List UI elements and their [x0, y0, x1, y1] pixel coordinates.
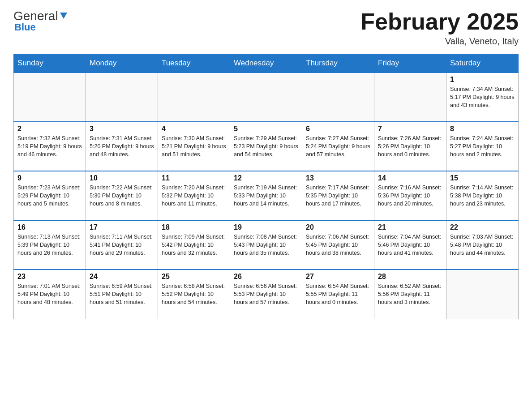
day-number: 11 — [162, 174, 226, 182]
calendar-cell — [230, 73, 302, 122]
calendar-cell — [374, 73, 446, 122]
day-info: Sunrise: 7:01 AM Sunset: 5:49 PM Dayligh… — [17, 282, 82, 306]
day-info: Sunrise: 7:26 AM Sunset: 5:26 PM Dayligh… — [378, 134, 442, 158]
day-info: Sunrise: 7:31 AM Sunset: 5:20 PM Dayligh… — [90, 134, 154, 158]
calendar-header-row: SundayMondayTuesdayWednesdayThursdayFrid… — [14, 54, 519, 73]
calendar-week-row: 9Sunrise: 7:23 AM Sunset: 5:29 PM Daylig… — [14, 171, 519, 220]
day-info: Sunrise: 6:54 AM Sunset: 5:55 PM Dayligh… — [306, 282, 370, 306]
day-info: Sunrise: 7:14 AM Sunset: 5:38 PM Dayligh… — [450, 184, 515, 208]
day-number: 7 — [378, 125, 442, 133]
day-number: 12 — [234, 174, 298, 182]
calendar-cell: 13Sunrise: 7:17 AM Sunset: 5:35 PM Dayli… — [302, 171, 374, 220]
day-number: 17 — [90, 223, 154, 231]
day-number: 22 — [450, 223, 515, 231]
day-info: Sunrise: 7:11 AM Sunset: 5:41 PM Dayligh… — [90, 233, 154, 257]
day-info: Sunrise: 7:03 AM Sunset: 5:48 PM Dayligh… — [450, 233, 515, 257]
day-number: 23 — [17, 273, 82, 281]
day-of-week-header: Wednesday — [230, 54, 302, 73]
day-of-week-header: Tuesday — [158, 54, 230, 73]
calendar-cell: 10Sunrise: 7:22 AM Sunset: 5:30 PM Dayli… — [86, 171, 158, 220]
day-number: 2 — [17, 125, 82, 133]
calendar-cell: 16Sunrise: 7:13 AM Sunset: 5:39 PM Dayli… — [14, 220, 86, 270]
calendar-cell: 22Sunrise: 7:03 AM Sunset: 5:48 PM Dayli… — [446, 220, 519, 270]
day-info: Sunrise: 7:27 AM Sunset: 5:24 PM Dayligh… — [306, 134, 370, 158]
day-info: Sunrise: 6:56 AM Sunset: 5:53 PM Dayligh… — [234, 282, 298, 306]
day-number: 9 — [17, 174, 82, 182]
day-info: Sunrise: 6:58 AM Sunset: 5:52 PM Dayligh… — [162, 282, 226, 306]
calendar-cell: 28Sunrise: 6:52 AM Sunset: 5:56 PM Dayli… — [374, 270, 446, 319]
calendar-cell: 3Sunrise: 7:31 AM Sunset: 5:20 PM Daylig… — [86, 122, 158, 171]
day-info: Sunrise: 7:24 AM Sunset: 5:27 PM Dayligh… — [450, 134, 515, 158]
day-number: 18 — [162, 223, 226, 231]
day-number: 26 — [234, 273, 298, 281]
month-title: February 2025 — [360, 9, 519, 34]
day-info: Sunrise: 7:09 AM Sunset: 5:42 PM Dayligh… — [162, 233, 226, 257]
calendar-cell: 17Sunrise: 7:11 AM Sunset: 5:41 PM Dayli… — [86, 220, 158, 270]
calendar-cell — [86, 73, 158, 122]
day-info: Sunrise: 7:04 AM Sunset: 5:46 PM Dayligh… — [378, 233, 442, 257]
day-number: 6 — [306, 125, 370, 133]
calendar-cell — [158, 73, 230, 122]
calendar-cell: 18Sunrise: 7:09 AM Sunset: 5:42 PM Dayli… — [158, 220, 230, 270]
calendar-cell: 8Sunrise: 7:24 AM Sunset: 5:27 PM Daylig… — [446, 122, 519, 171]
day-number: 15 — [450, 174, 515, 182]
day-number: 10 — [90, 174, 154, 182]
day-number: 25 — [162, 273, 226, 281]
calendar-week-row: 23Sunrise: 7:01 AM Sunset: 5:49 PM Dayli… — [14, 270, 519, 319]
calendar-cell: 5Sunrise: 7:29 AM Sunset: 5:23 PM Daylig… — [230, 122, 302, 171]
day-info: Sunrise: 7:34 AM Sunset: 5:17 PM Dayligh… — [450, 85, 515, 109]
day-of-week-header: Thursday — [302, 54, 374, 73]
day-of-week-header: Monday — [86, 54, 158, 73]
calendar-week-row: 1Sunrise: 7:34 AM Sunset: 5:17 PM Daylig… — [14, 73, 519, 122]
logo: General Blue — [13, 9, 68, 33]
day-number: 28 — [378, 273, 442, 281]
day-number: 19 — [234, 223, 298, 231]
calendar-cell: 23Sunrise: 7:01 AM Sunset: 5:49 PM Dayli… — [14, 270, 86, 319]
day-info: Sunrise: 7:13 AM Sunset: 5:39 PM Dayligh… — [17, 233, 82, 257]
calendar-cell: 27Sunrise: 6:54 AM Sunset: 5:55 PM Dayli… — [302, 270, 374, 319]
day-number: 8 — [450, 125, 515, 133]
calendar-cell: 26Sunrise: 6:56 AM Sunset: 5:53 PM Dayli… — [230, 270, 302, 319]
calendar-cell: 19Sunrise: 7:08 AM Sunset: 5:43 PM Dayli… — [230, 220, 302, 270]
day-number: 20 — [306, 223, 370, 231]
day-info: Sunrise: 7:22 AM Sunset: 5:30 PM Dayligh… — [90, 184, 154, 208]
calendar-cell — [446, 270, 519, 319]
calendar-week-row: 16Sunrise: 7:13 AM Sunset: 5:39 PM Dayli… — [14, 220, 519, 270]
calendar-cell: 20Sunrise: 7:06 AM Sunset: 5:45 PM Dayli… — [302, 220, 374, 270]
day-number: 1 — [450, 76, 515, 84]
day-info: Sunrise: 7:30 AM Sunset: 5:21 PM Dayligh… — [162, 134, 226, 158]
day-info: Sunrise: 6:52 AM Sunset: 5:56 PM Dayligh… — [378, 282, 442, 306]
calendar-cell: 24Sunrise: 6:59 AM Sunset: 5:51 PM Dayli… — [86, 270, 158, 319]
logo-blue-text: Blue — [14, 21, 36, 33]
day-number: 4 — [162, 125, 226, 133]
day-of-week-header: Sunday — [14, 54, 86, 73]
calendar-cell: 4Sunrise: 7:30 AM Sunset: 5:21 PM Daylig… — [158, 122, 230, 171]
day-number: 13 — [306, 174, 370, 182]
day-info: Sunrise: 7:08 AM Sunset: 5:43 PM Dayligh… — [234, 233, 298, 257]
calendar-cell: 21Sunrise: 7:04 AM Sunset: 5:46 PM Dayli… — [374, 220, 446, 270]
calendar-cell: 6Sunrise: 7:27 AM Sunset: 5:24 PM Daylig… — [302, 122, 374, 171]
calendar-cell: 15Sunrise: 7:14 AM Sunset: 5:38 PM Dayli… — [446, 171, 519, 220]
logo-arrow-icon — [59, 12, 68, 21]
day-of-week-header: Friday — [374, 54, 446, 73]
day-info: Sunrise: 7:32 AM Sunset: 5:19 PM Dayligh… — [17, 134, 82, 158]
day-info: Sunrise: 7:16 AM Sunset: 5:36 PM Dayligh… — [378, 184, 442, 208]
calendar-cell — [302, 73, 374, 122]
calendar-table: SundayMondayTuesdayWednesdayThursdayFrid… — [13, 54, 519, 319]
calendar-cell: 1Sunrise: 7:34 AM Sunset: 5:17 PM Daylig… — [446, 73, 519, 122]
day-number: 27 — [306, 273, 370, 281]
day-number: 14 — [378, 174, 442, 182]
day-info: Sunrise: 7:23 AM Sunset: 5:29 PM Dayligh… — [17, 184, 82, 208]
calendar-cell: 11Sunrise: 7:20 AM Sunset: 5:32 PM Dayli… — [158, 171, 230, 220]
day-info: Sunrise: 7:29 AM Sunset: 5:23 PM Dayligh… — [234, 134, 298, 158]
calendar-cell: 2Sunrise: 7:32 AM Sunset: 5:19 PM Daylig… — [14, 122, 86, 171]
calendar-cell — [14, 73, 86, 122]
day-number: 24 — [90, 273, 154, 281]
day-info: Sunrise: 7:06 AM Sunset: 5:45 PM Dayligh… — [306, 233, 370, 257]
calendar-cell: 7Sunrise: 7:26 AM Sunset: 5:26 PM Daylig… — [374, 122, 446, 171]
day-info: Sunrise: 7:20 AM Sunset: 5:32 PM Dayligh… — [162, 184, 226, 208]
day-info: Sunrise: 6:59 AM Sunset: 5:51 PM Dayligh… — [90, 282, 154, 306]
location-subtitle: Valla, Veneto, Italy — [360, 36, 519, 47]
calendar-cell: 12Sunrise: 7:19 AM Sunset: 5:33 PM Dayli… — [230, 171, 302, 220]
day-info: Sunrise: 7:19 AM Sunset: 5:33 PM Dayligh… — [234, 184, 298, 208]
